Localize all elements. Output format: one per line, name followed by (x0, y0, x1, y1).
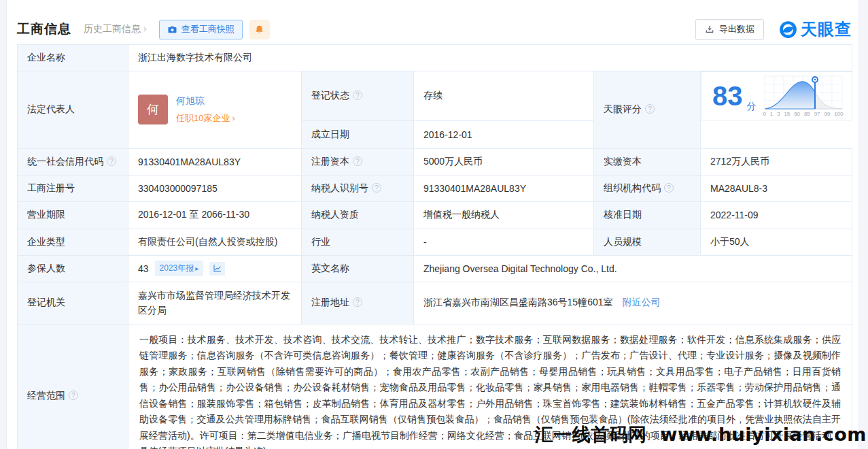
reg-authority-label: 登记机关 (18, 282, 128, 324)
insured-count-value: 43 (138, 263, 149, 274)
help-icon[interactable] (353, 90, 362, 100)
score-axis-label: 99 (824, 111, 830, 117)
reg-authority-value: 嘉兴市市场监督管理局经济技术开发区分局 (128, 282, 302, 324)
view-snapshot-button[interactable]: 查看工商快照 (159, 20, 243, 39)
reg-capital-label: 注册资本 (302, 148, 414, 175)
score-axis-label: 100 (834, 111, 843, 117)
table-row: 统一社会信用代码 91330401MA28AUL83Y 注册资本 5000万人民… (18, 148, 852, 175)
table-row: 法定代表人 何 何旭琼 任职10家企业 登记状态 存续 天眼评分 83 分 (18, 71, 852, 121)
tianyancha-logo-icon (779, 20, 797, 39)
page-right-edge (858, 0, 868, 449)
legal-rep-avatar[interactable]: 何 (138, 95, 168, 124)
table-row: 营业期限 2016-12-01 至 2066-11-30 纳税人资质 增值税一般… (18, 201, 852, 229)
org-code-label: 组织机构代码 (594, 175, 701, 201)
export-data-button[interactable]: 导出数据 (695, 19, 764, 40)
reg-capital-value: 5000万人民币 (414, 148, 594, 175)
site-watermark: 汇一线首码网 www.huiyixian.com (535, 422, 867, 447)
org-code-value: MA28AUL8-3 (701, 175, 852, 201)
reg-number-value: 330403000097185 (128, 175, 302, 201)
header-right-group: 导出数据 天眼查 (695, 18, 852, 40)
approval-date-value: 2022-11-09 (701, 201, 852, 229)
score-axis-label: 3 (777, 111, 780, 117)
taxpayer-id-value: 91330401MA28AUL83Y (414, 175, 594, 201)
staff-size-label: 人员规模 (594, 229, 701, 255)
help-icon[interactable] (645, 104, 655, 114)
business-term-label: 营业期限 (18, 201, 128, 229)
reg-status-value: 存续 (414, 71, 594, 121)
score-label: 天眼评分 (594, 71, 701, 149)
taxpayer-quality-label: 纳税人资质 (302, 201, 414, 229)
bell-icon (254, 24, 264, 35)
score-label-text: 天眼评分 (604, 103, 642, 114)
history-info-link[interactable]: 历史工商信息 (84, 23, 147, 35)
company-name-label: 企业名称 (18, 45, 128, 71)
staff-size-value: 小于50人 (701, 229, 852, 255)
nearby-companies-link[interactable]: 附近公司 (622, 297, 660, 307)
paid-capital-label: 实缴资本 (594, 148, 701, 175)
camera-icon (167, 24, 177, 35)
help-icon[interactable] (353, 156, 362, 166)
taxpayer-quality-value: 增值税一般纳税人 (414, 201, 594, 229)
reg-address-value: 浙江省嘉兴市南湖区昌盛南路36号15幢601室 (423, 297, 613, 307)
org-code-label-text: 组织机构代码 (604, 182, 661, 193)
help-icon[interactable] (69, 390, 78, 400)
monitor-bell-button[interactable] (249, 20, 270, 39)
score-axis-label: 85 (804, 111, 810, 117)
legal-rep-cell: 何 何旭琼 任职10家企业 (128, 71, 302, 149)
help-icon[interactable] (107, 156, 116, 166)
score-axis-label: 15 (784, 111, 790, 117)
brand-logo[interactable]: 天眼查 (779, 18, 852, 40)
table-row: 企业名称 浙江出海数字技术有限公司 (18, 45, 852, 71)
score-value: 83 (712, 82, 743, 110)
reg-status-label: 登记状态 (302, 71, 414, 121)
brand-name: 天眼查 (801, 18, 852, 40)
insured-count-cell: 43 2023年报 (128, 255, 302, 282)
download-icon (705, 24, 714, 34)
taxpayer-id-label: 纳税人识别号 (302, 175, 414, 201)
score-cell: 83 分 (701, 71, 852, 120)
reg-capital-label-text: 注册资本 (311, 156, 349, 167)
score-axis-label: 50 (794, 111, 800, 117)
score-axis-label: 0 (763, 111, 766, 117)
taxpayer-id-label-text: 纳税人识别号 (311, 182, 368, 193)
table-row: 企业类型 有限责任公司(自然人投资或控股) 行业 - 人员规模 小于50人 (18, 229, 852, 255)
establish-date-value: 2016-12-01 (414, 120, 594, 148)
annual-report-badge[interactable]: 2023年报 (155, 261, 204, 276)
export-data-label: 导出数据 (719, 23, 754, 35)
table-row: 工商注册号 330403000097185 纳税人识别号 91330401MA2… (18, 175, 852, 201)
business-term-value: 2016-12-01 至 2066-11-30 (128, 201, 302, 229)
help-icon[interactable] (353, 297, 362, 307)
paid-capital-value: 2712万人民币 (701, 148, 852, 175)
approval-date-label: 核准日期 (594, 201, 701, 229)
company-type-value: 有限责任公司(自然人投资或控股) (128, 229, 302, 255)
score-unit: 分 (747, 101, 757, 113)
help-icon[interactable] (664, 183, 674, 193)
english-name-label: 英文名称 (302, 255, 414, 282)
score-axis-label: 1 (770, 111, 773, 117)
reg-address-cell: 浙江省嘉兴市南湖区昌盛南路36号15幢601室 附近公司 (414, 282, 852, 324)
table-row: 登记机关 嘉兴市市场监督管理局经济技术开发区分局 注册地址 浙江省嘉兴市南湖区昌… (18, 282, 852, 324)
company-name-value: 浙江出海数字技术有限公司 (128, 45, 852, 71)
credit-code-label-text: 统一社会信用代码 (27, 156, 103, 167)
credit-code-value: 91330401MA28AUL83Y (128, 148, 302, 175)
score-axis-labels: 0 1 3 15 50 85 97 99 100 (763, 111, 844, 117)
help-icon[interactable] (372, 183, 381, 193)
page-title: 工商信息 (17, 20, 71, 38)
credit-code-label: 统一社会信用代码 (18, 148, 128, 175)
reg-number-label: 工商注册号 (18, 175, 128, 201)
legal-rep-label: 法定代表人 (18, 71, 128, 149)
score-curve (763, 75, 844, 110)
reg-status-label-text: 登记状态 (311, 90, 349, 101)
view-snapshot-label: 查看工商快照 (181, 23, 235, 35)
trend-chart-icon[interactable] (209, 262, 225, 276)
legal-rep-name-link[interactable]: 何旭琼 (176, 95, 235, 107)
business-scope-label-text: 经营范围 (27, 390, 65, 401)
page-left-edge (0, 0, 7, 449)
score-axis-label: 97 (814, 111, 820, 117)
legal-rep-positions-link[interactable]: 任职10家企业 (176, 112, 235, 124)
company-type-label: 企业类型 (18, 229, 128, 255)
section-header: 工商信息 历史工商信息 查看工商快照 导出数据 天眼查 (17, 18, 852, 41)
business-info-table: 企业名称 浙江出海数字技术有限公司 法定代表人 何 何旭琼 任职10家企业 登记… (17, 44, 852, 449)
establish-date-label: 成立日期 (302, 120, 414, 148)
reg-address-label-text: 注册地址 (311, 297, 349, 307)
